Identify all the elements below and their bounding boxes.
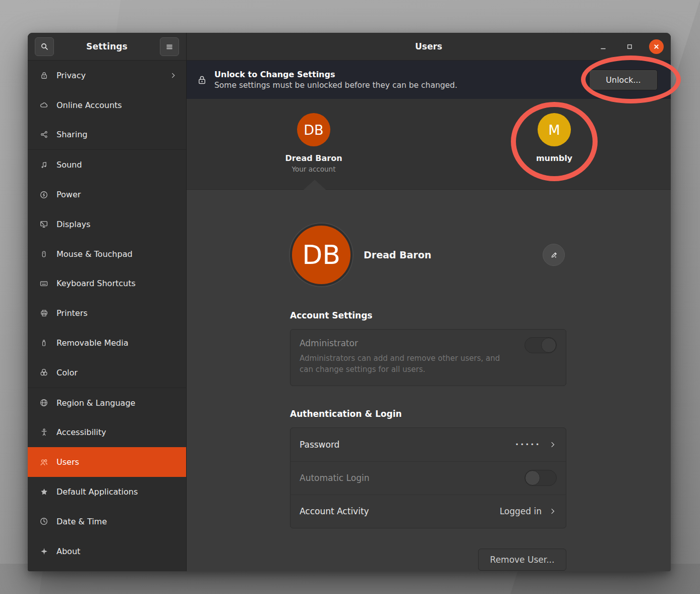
sidebar-item-printers[interactable]: Printers [28, 298, 186, 328]
sidebar-item-sharing[interactable]: Sharing [28, 120, 186, 150]
user-chip-dread-baron[interactable]: DB Dread Baron Your account [273, 113, 354, 173]
edit-name-button[interactable] [543, 244, 565, 266]
unlock-button[interactable]: Unlock... [589, 70, 658, 90]
avatar: DB [297, 113, 330, 146]
sidebar: Settings Privacy Online Accounts Sharing [28, 33, 187, 571]
sidebar-item-keyboard-shortcuts[interactable]: Keyboard Shortcuts [28, 269, 186, 299]
page-title: Users [415, 41, 442, 51]
sidebar-item-displays[interactable]: Displays [28, 209, 186, 239]
main-panel: Users Unlock to Change Settings Some set… [187, 33, 671, 571]
titlebar: Users [187, 33, 671, 61]
color-icon [39, 367, 49, 377]
menu-button[interactable] [160, 37, 179, 56]
lock-icon [197, 75, 207, 85]
chevron-right-icon [169, 72, 177, 79]
chevron-right-icon [549, 441, 557, 449]
administrator-card: Administrator Administrators can add and… [290, 329, 566, 386]
mouse-icon [39, 249, 49, 259]
administrator-description: Administrators can add and remove other … [300, 353, 511, 375]
selected-user-pointer [304, 180, 326, 190]
sidebar-item-accessibility[interactable]: Accessibility [28, 418, 186, 448]
minimize-button[interactable] [597, 40, 610, 53]
sidebar-item-region-language[interactable]: Region & Language [28, 388, 186, 418]
sidebar-item-mouse-touchpad[interactable]: Mouse & Touchpad [28, 239, 186, 269]
clock-icon [39, 516, 49, 526]
maximize-button[interactable] [623, 40, 636, 53]
sidebar-item-sound[interactable]: Sound [28, 150, 186, 180]
administrator-label: Administrator [300, 338, 556, 348]
sidebar-item-default-applications[interactable]: Default Applications [28, 477, 186, 507]
sidebar-item-about[interactable]: About [28, 536, 186, 566]
toggle-knob [525, 470, 540, 485]
sidebar-header: Settings [28, 33, 186, 61]
user-switcher: DB Dread Baron Your account M mumbly [187, 99, 671, 190]
sparkle-icon [39, 546, 49, 556]
toggle-knob [541, 338, 556, 353]
printer-icon [39, 308, 49, 318]
password-row[interactable]: Password ••••• [290, 428, 566, 461]
sidebar-nav: Privacy Online Accounts Sharing Sound Po… [28, 61, 186, 571]
sidebar-title: Settings [86, 41, 128, 51]
cloud-icon [39, 100, 49, 110]
display-icon [39, 219, 49, 229]
user-chip-mumbly[interactable]: M mumbly [514, 113, 595, 164]
unlock-banner-title: Unlock to Change Settings [214, 69, 589, 80]
user-subtitle: Your account [292, 165, 336, 173]
sidebar-item-date-time[interactable]: Date & Time [28, 507, 186, 536]
account-settings-heading: Account Settings [290, 310, 671, 320]
user-name: Dread Baron [285, 153, 342, 164]
sidebar-item-color[interactable]: Color [28, 358, 186, 388]
avatar: M [538, 113, 571, 146]
sidebar-item-users[interactable]: Users [28, 447, 186, 477]
user-detail-panel: DB Dread Baron Account Settings Administ… [187, 190, 671, 571]
search-button[interactable] [35, 37, 54, 56]
accessibility-icon [39, 427, 49, 438]
remove-user-button[interactable]: Remove User... [478, 549, 566, 571]
sidebar-item-removable-media[interactable]: Removable Media [28, 328, 186, 358]
sidebar-item-privacy[interactable]: Privacy [28, 61, 186, 90]
power-icon [39, 190, 49, 200]
lock-icon [39, 70, 49, 80]
profile-name: Dread Baron [364, 249, 431, 260]
auth-login-heading: Authentication & Login [290, 409, 671, 419]
music-note-icon [39, 160, 49, 170]
account-activity-row[interactable]: Account Activity Logged in [290, 495, 566, 528]
sidebar-item-online-accounts[interactable]: Online Accounts [28, 90, 186, 120]
share-icon [39, 130, 49, 140]
password-label: Password [300, 440, 515, 450]
user-name: mumbly [536, 153, 572, 164]
close-button[interactable] [649, 39, 664, 54]
profile-row: DB Dread Baron [290, 222, 566, 288]
sidebar-item-power[interactable]: Power [28, 180, 186, 209]
window-controls [597, 33, 664, 61]
settings-window: Settings Privacy Online Accounts Sharing [28, 33, 671, 571]
pencil-icon [550, 251, 558, 259]
administrator-toggle[interactable] [524, 337, 557, 353]
unlock-banner-text: Unlock to Change Settings Some settings … [214, 69, 589, 91]
unlock-banner-subtitle: Some settings must be unlocked before th… [214, 80, 589, 90]
hamburger-icon [165, 43, 173, 51]
users-icon [39, 457, 49, 467]
automatic-login-toggle[interactable] [524, 470, 557, 486]
star-icon [39, 487, 49, 497]
globe-icon [39, 398, 49, 408]
chevron-right-icon [549, 507, 557, 515]
remove-user-row: Remove User... [290, 549, 566, 571]
account-activity-label: Account Activity [300, 506, 500, 516]
account-activity-value: Logged in [500, 506, 542, 516]
avatar: DB [290, 224, 353, 286]
flash-drive-icon [39, 338, 49, 348]
password-value: ••••• [515, 441, 541, 448]
search-icon [40, 42, 49, 51]
automatic-login-label: Automatic Login [300, 473, 524, 483]
keyboard-icon [39, 279, 49, 289]
automatic-login-row: Automatic Login [290, 461, 566, 495]
unlock-banner: Unlock to Change Settings Some settings … [187, 61, 671, 99]
auth-card: Password ••••• Automatic Login Account A… [290, 427, 566, 528]
